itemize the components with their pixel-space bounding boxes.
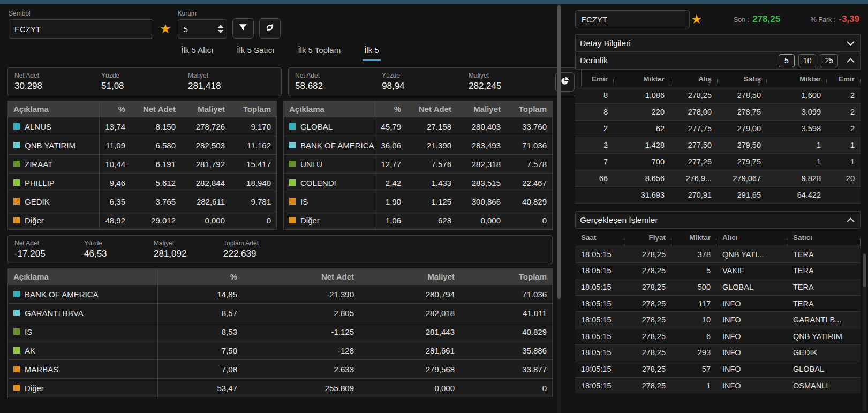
broker-row[interactable]: COLENDI 2,42 1.433 283,515 22.467 [284, 173, 552, 192]
col-header[interactable]: Net Adet [243, 272, 359, 281]
col-header[interactable]: Fiyat [624, 234, 671, 242]
broker-row[interactable]: IS 1,90 1.125 300,866 40.829 [284, 192, 552, 211]
chevron-up-icon[interactable] [847, 58, 855, 63]
broker-row[interactable]: GARANTI BBVA 8,57 2.805 282,018 41.011 [8, 303, 552, 322]
col-header[interactable]: Maliyet [181, 104, 230, 114]
chevron-up-icon[interactable] [847, 217, 855, 223]
net-adet-cell: 7.576 [406, 160, 457, 169]
symbol-input[interactable] [9, 19, 153, 39]
broker-row[interactable]: Diğer 53,47 255.809 0,000 0 [8, 378, 552, 397]
spinner-up-icon[interactable] [218, 25, 223, 28]
depth-level-button[interactable]: 25 [820, 54, 838, 67]
filter-button[interactable] [232, 18, 254, 39]
trades-header-row: Saat Fiyat Miktar Alıcı Satıcı [575, 229, 861, 246]
col-header[interactable]: Saat [575, 234, 624, 242]
trade-row[interactable]: 18:05:15 278,25 10 INFO GARANTI B... [575, 311, 861, 328]
bid-order-count: 8 [575, 108, 614, 116]
col-header[interactable]: Miktar [767, 75, 827, 83]
trades-scrollbar[interactable] [863, 253, 866, 411]
col-header[interactable]: Açıklama [8, 269, 158, 284]
col-header[interactable]: Net Adet [406, 104, 457, 114]
trade-quantity: 117 [671, 299, 716, 308]
detail-info-section-header[interactable]: Detay Bilgileri [575, 34, 861, 52]
favorite-star-icon[interactable]: ★ [160, 19, 171, 39]
pct-change-value: -3,39 [839, 14, 859, 25]
tab[interactable]: İlk 5 Satıcı [235, 42, 276, 61]
trade-row[interactable]: 18:05:15 278,25 57 INFO GLOBAL [575, 361, 861, 377]
col-header[interactable]: Emir [827, 75, 861, 83]
maliyet-cell: 282,018 [359, 309, 460, 318]
depth-level-button[interactable]: 5 [779, 54, 795, 67]
broker-row[interactable]: GLOBAL 45,79 27.158 280,403 33.760 [284, 117, 552, 136]
bid-order-count: 8 [575, 91, 614, 100]
broker-row[interactable]: BANK OF AMERICA 36,06 21.390 283,493 71.… [284, 136, 552, 154]
bid-price: 277,75 [670, 124, 718, 133]
col-header[interactable]: Net Adet [131, 104, 181, 114]
tab[interactable]: İlk 5 Toplam [296, 42, 342, 61]
depth-level-button[interactable]: 10 [798, 54, 817, 67]
col-header[interactable]: Alıcı [716, 234, 787, 242]
trade-row[interactable]: 18:05:15 278,25 117 INFO TERA [575, 295, 861, 312]
quote-symbol-input[interactable] [575, 10, 690, 28]
trade-row[interactable]: 18:05:15 278,25 1 INFO OSMANLI [575, 377, 861, 394]
col-header[interactable]: % [100, 104, 131, 114]
favorite-star-icon[interactable]: ★ [691, 10, 703, 29]
depth-row[interactable]: 2 1.428 277,50 279,50 1 1 [575, 137, 861, 153]
col-header[interactable]: % [375, 104, 406, 114]
broker-row[interactable]: QNB YATIRIM 11,09 6.580 282,503 11.162 [8, 136, 276, 154]
tab[interactable]: İlk 5 [363, 42, 381, 61]
refresh-button[interactable] [259, 18, 281, 39]
kurum-stepper[interactable] [218, 25, 223, 33]
depth-row[interactable]: 8 220 278,00 278,75 3.099 2 [575, 103, 861, 120]
broker-row[interactable]: ALNUS 13,74 8.150 278,726 9.170 [8, 117, 276, 136]
trade-row[interactable]: 18:05:15 278,25 5 VAKIF TERA [575, 262, 861, 279]
col-header[interactable]: Açıklama [284, 101, 375, 117]
col-header[interactable]: Açıklama [8, 101, 100, 117]
left-panel-scrollbar[interactable] [557, 4, 561, 413]
broker-row[interactable]: BANK OF AMERICA 14,85 -21.390 280,794 71… [8, 284, 552, 303]
spinner-down-icon[interactable] [218, 30, 223, 33]
broker-row[interactable]: Diğer 1,06 628 0,000 0 [284, 211, 552, 229]
chevron-down-icon[interactable] [847, 41, 855, 46]
scrollbar-thumb[interactable] [557, 5, 561, 299]
depth-section-header[interactable]: Derinlik 5 10 25 [575, 52, 861, 70]
col-header[interactable]: % [158, 272, 243, 281]
col-header[interactable]: Satış [718, 75, 767, 83]
col-header[interactable]: Maliyet [359, 272, 460, 281]
broker-row[interactable]: MARBAS 7,08 2.633 279,568 33.877 [8, 359, 552, 378]
bid-order-count: 66 [575, 174, 614, 183]
trades-section-header[interactable]: Gerçekleşen İşlemler [575, 211, 861, 229]
summary-label: Yüzde [382, 72, 469, 79]
broker-row[interactable]: ZIRAAT 10,44 6.191 281,792 15.417 [8, 154, 276, 173]
broker-row[interactable]: Diğer 48,92 29.012 0,000 0 [8, 211, 276, 229]
broker-row[interactable]: AK 7,50 -128 281,661 35.886 [8, 341, 552, 359]
col-header[interactable]: Toplam [230, 104, 276, 114]
trade-row[interactable]: 18:05:15 278,25 6 INFO QNB YATIRIM [575, 328, 861, 344]
col-header[interactable]: Miktar [671, 234, 716, 242]
broker-row[interactable]: UNLU 12,77 7.576 282,318 7.578 [284, 154, 552, 173]
col-header[interactable]: Toplam [460, 272, 552, 281]
trade-time: 18:05:15 [575, 250, 624, 259]
col-header[interactable]: Alış [670, 75, 718, 83]
broker-row[interactable]: PHILLIP 9,46 5.612 282,844 18.940 [8, 173, 276, 192]
tab[interactable]: İlk 5 Alıcı [179, 42, 215, 61]
depth-row[interactable]: 8 1.086 278,25 278,50 1.600 2 [575, 87, 861, 103]
trade-row[interactable]: 18:05:15 278,25 500 GLOBAL TERA [575, 279, 861, 295]
col-header[interactable]: Maliyet [457, 104, 506, 114]
maliyet-cell: 281,792 [181, 160, 230, 169]
trade-row[interactable]: 18:05:15 278,25 378 QNB YATI... TERA [575, 246, 861, 262]
depth-row[interactable]: 2 62 277,75 279,00 3.598 2 [575, 120, 861, 137]
broker-row[interactable]: GEDIK 6,35 3.765 282,611 9.781 [8, 192, 276, 211]
col-header[interactable]: Satıcı [787, 234, 861, 242]
summary-value: 98,94 [382, 81, 469, 92]
depth-row[interactable]: 7 700 277,25 279,75 1 1 [575, 153, 861, 170]
trade-time: 18:05:15 [575, 299, 624, 308]
broker-row[interactable]: IS 8,53 -1.125 281,443 40.829 [8, 322, 552, 341]
col-header[interactable]: Miktar [614, 75, 670, 83]
depth-row[interactable]: 66 8.656 276,9... 279,067 9.828 20 [575, 170, 861, 186]
col-header[interactable]: Emir [575, 75, 614, 83]
trade-row[interactable]: 18:05:15 278,25 293 INFO GEDIK [575, 344, 861, 361]
col-header[interactable]: Toplam [506, 104, 552, 114]
scrollbar-thumb[interactable] [863, 254, 866, 287]
trade-price: 278,25 [624, 299, 671, 308]
